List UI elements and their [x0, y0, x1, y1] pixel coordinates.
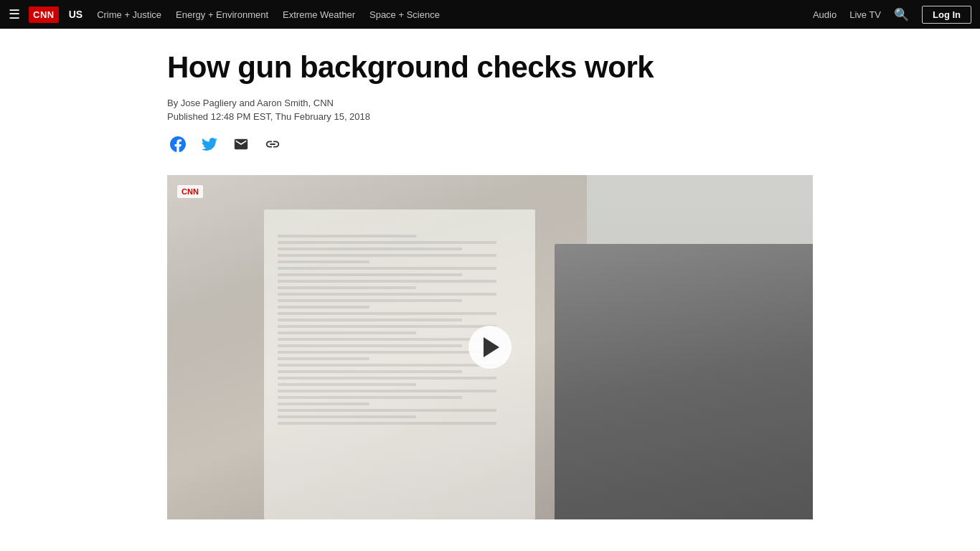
doc-line — [278, 260, 370, 263]
hamburger-icon: ☰ — [9, 6, 20, 22]
share-email-button[interactable] — [230, 133, 252, 155]
share-link-button[interactable] — [262, 133, 283, 155]
doc-line — [278, 351, 496, 354]
doc-line — [278, 409, 496, 412]
video-person-overlay — [555, 244, 813, 519]
doc-line — [278, 248, 462, 250]
doc-line — [278, 422, 496, 425]
search-button[interactable]: 🔍 — [894, 7, 909, 22]
doc-line — [278, 286, 416, 289]
doc-line — [278, 235, 416, 237]
hamburger-menu-button[interactable]: ☰ — [9, 6, 29, 22]
doc-line — [278, 306, 370, 309]
doc-line — [278, 293, 496, 296]
nav-link-space-science[interactable]: Space + Science — [369, 9, 440, 20]
article-timestamp: Published 12:48 PM EST, Thu February 15,… — [167, 111, 813, 122]
share-bar — [167, 133, 813, 155]
doc-line — [278, 331, 416, 334]
doc-line — [278, 312, 496, 315]
nav-right-section: Audio Live TV 🔍 Log In — [813, 6, 971, 24]
share-twitter-button[interactable] — [199, 133, 220, 155]
nav-section-us[interactable]: US — [69, 9, 83, 20]
article-title: How gun background checks work — [167, 50, 813, 85]
top-navigation: ☰ CNN US Crime + Justice Energy + Enviro… — [0, 0, 980, 29]
search-icon: 🔍 — [894, 7, 909, 22]
doc-line — [278, 241, 496, 244]
doc-line — [278, 319, 462, 321]
doc-line — [278, 273, 462, 276]
nav-livetv-link[interactable]: Live TV — [849, 9, 881, 20]
nav-link-crime-justice[interactable]: Crime + Justice — [97, 9, 161, 20]
doc-line — [278, 325, 496, 328]
doc-line — [278, 383, 416, 386]
video-player[interactable]: CNN — [167, 175, 813, 519]
article-container: How gun background checks work By Jose P… — [146, 29, 834, 519]
share-facebook-button[interactable] — [167, 133, 189, 155]
article-byline: By Jose Pagliery and Aaron Smith, CNN — [167, 98, 813, 108]
doc-line — [278, 357, 370, 360]
doc-line — [278, 338, 496, 341]
doc-line — [278, 370, 462, 373]
nav-link-extreme-weather[interactable]: Extreme Weather — [283, 9, 355, 20]
doc-line — [278, 390, 496, 392]
doc-lines — [278, 235, 508, 428]
login-button[interactable]: Log In — [922, 6, 971, 24]
doc-line — [278, 402, 370, 405]
doc-line — [278, 254, 496, 257]
doc-line — [278, 377, 496, 380]
cnn-video-watermark: CNN — [177, 185, 203, 198]
doc-line — [278, 267, 496, 270]
play-triangle-icon — [484, 337, 499, 357]
cnn-logo[interactable]: CNN — [29, 6, 59, 23]
doc-line — [278, 415, 416, 418]
nav-link-energy-environment[interactable]: Energy + Environment — [176, 9, 268, 20]
doc-line — [278, 364, 496, 367]
doc-line — [278, 280, 496, 283]
doc-line — [278, 299, 462, 302]
nav-audio-link[interactable]: Audio — [813, 9, 837, 20]
play-button[interactable] — [468, 326, 512, 369]
doc-line — [278, 344, 462, 347]
doc-line — [278, 396, 462, 399]
